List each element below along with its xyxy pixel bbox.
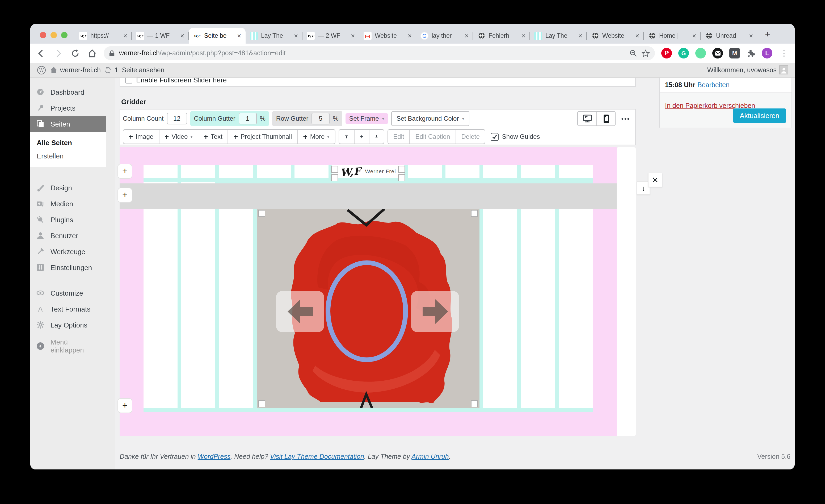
sidebar-item-design[interactable]: Design xyxy=(30,180,106,196)
pinterest-extension-icon[interactable]: P xyxy=(661,48,672,59)
browser-profile-avatar[interactable]: L xyxy=(762,48,772,59)
browser-menu-icon[interactable]: ⋮ xyxy=(779,48,790,59)
align-bottom-button[interactable] xyxy=(369,130,383,144)
tab-website-gmail[interactable]: Website✕ xyxy=(359,28,416,44)
slider-prev-button[interactable] xyxy=(276,291,324,332)
author-link[interactable]: Armin Unruh xyxy=(411,453,449,460)
close-tab-icon[interactable]: ✕ xyxy=(180,33,184,39)
resize-handle[interactable] xyxy=(258,210,265,217)
sidebar-item-seiten[interactable]: Seiten xyxy=(30,116,106,132)
resize-handle[interactable] xyxy=(398,166,405,173)
delete-button[interactable]: Delete xyxy=(455,130,485,144)
honey-extension-icon[interactable] xyxy=(695,48,706,59)
edit-caption-button[interactable]: Edit Caption xyxy=(409,130,456,144)
close-tab-icon[interactable]: ✕ xyxy=(464,33,469,39)
close-tab-icon[interactable]: ✕ xyxy=(351,33,355,39)
row-gutter-input[interactable]: 5 xyxy=(311,113,329,124)
site-logo-element[interactable]: W,F Werner Frei xyxy=(332,165,404,178)
zoom-out-icon[interactable] xyxy=(629,49,638,57)
desktop-preview-button[interactable] xyxy=(578,112,596,126)
set-background-color-button[interactable]: Set Background Color ▾ xyxy=(391,111,470,126)
back-icon[interactable] xyxy=(35,48,46,59)
canvas-selected-row[interactable] xyxy=(120,184,617,209)
close-tab-icon[interactable]: ✕ xyxy=(123,33,128,39)
tab-home[interactable]: Home |✕ xyxy=(644,28,700,44)
sidebar-item-text-formats[interactable]: AText Formats xyxy=(30,301,106,317)
forward-icon[interactable] xyxy=(53,48,63,59)
close-tab-icon[interactable]: ✕ xyxy=(578,33,583,39)
minimize-window-button[interactable] xyxy=(51,32,57,38)
sidebar-subitem-alle-seiten[interactable]: Alle Seiten xyxy=(37,136,106,149)
sidebar-item-projects[interactable]: Projects xyxy=(30,100,106,116)
sidebar-item-einstellungen[interactable]: Einstellungen xyxy=(30,260,106,275)
address-bar[interactable]: werner-frei.ch/wp-admin/post.php?post=48… xyxy=(104,46,655,60)
sidebar-item-customize[interactable]: Customize xyxy=(30,285,106,301)
add-project-thumbnail-button[interactable]: +Project Thumbnail xyxy=(228,130,297,144)
fullscreen-slider-checkbox[interactable] xyxy=(126,78,132,83)
tab-lay-theme-search[interactable]: Glay ther✕ xyxy=(416,28,473,44)
close-tab-icon[interactable]: ✕ xyxy=(635,33,640,39)
tab-website-2[interactable]: Website✕ xyxy=(587,28,644,44)
mobile-preview-button[interactable] xyxy=(596,112,615,126)
resize-handle[interactable] xyxy=(258,400,265,407)
updates-menu-item[interactable]: 1 xyxy=(104,66,118,74)
add-video-button[interactable]: +Video▾ xyxy=(159,130,198,144)
welcome-menu-item[interactable]: Willkommen, uvowasos xyxy=(707,65,788,74)
tab-unread[interactable]: Unread✕ xyxy=(700,28,757,44)
tab-2-wf[interactable]: W,F— 2 WF✕ xyxy=(302,28,359,44)
lay-theme-doc-link[interactable]: Visit Lay Theme Documentation xyxy=(270,453,364,460)
column-gutter-input[interactable]: 1 xyxy=(239,113,257,124)
add-row-button[interactable]: + xyxy=(118,398,132,413)
close-window-button[interactable] xyxy=(40,32,46,38)
resize-handle[interactable] xyxy=(471,210,478,217)
wordpress-link[interactable]: WordPress xyxy=(198,453,231,460)
edit-button[interactable]: Edit xyxy=(388,130,409,144)
column-count-input[interactable]: 12 xyxy=(167,113,187,124)
sidebar-item-lay-options[interactable]: Lay Options xyxy=(30,317,106,333)
merriam-webster-extension-icon[interactable]: M xyxy=(729,48,740,59)
slider-next-button[interactable] xyxy=(411,291,459,332)
sidebar-item-plugins[interactable]: Plugins xyxy=(30,212,106,227)
close-tab-icon[interactable]: ✕ xyxy=(294,33,298,39)
wordpress-logo-icon[interactable]: W xyxy=(37,65,46,75)
delete-row-button[interactable]: ✕ xyxy=(648,173,662,187)
update-button[interactable]: Aktualisieren xyxy=(733,109,786,123)
close-tab-icon[interactable]: ✕ xyxy=(521,33,526,39)
edit-time-link[interactable]: Bearbeiten xyxy=(697,81,730,89)
tab-seite-bearbeiten-active[interactable]: W,FSeite be✕ xyxy=(189,28,245,44)
new-tab-button[interactable]: + xyxy=(761,28,774,42)
resize-handle[interactable] xyxy=(471,400,478,407)
maximize-window-button[interactable] xyxy=(61,32,68,38)
artwork-image[interactable] xyxy=(257,209,479,408)
add-image-button[interactable]: +Image xyxy=(123,130,159,144)
extensions-puzzle-icon[interactable] xyxy=(746,49,755,58)
close-tab-icon[interactable]: ✕ xyxy=(407,33,412,39)
tab-1-wf[interactable]: W,F— 1 WF✕ xyxy=(132,28,189,44)
tab-lay-theme[interactable]: Lay The✕ xyxy=(245,28,302,44)
sidebar-item-dashboard[interactable]: Dashboard xyxy=(30,84,106,100)
more-options-button[interactable]: ••• xyxy=(619,111,632,126)
mail-extension-icon[interactable] xyxy=(712,48,723,59)
resize-handle[interactable] xyxy=(331,166,338,173)
sidebar-item-medien[interactable]: Medien xyxy=(30,196,106,212)
sidebar-item-collapse-menu[interactable]: Menü einklappen xyxy=(30,338,106,354)
close-tab-icon[interactable]: ✕ xyxy=(692,33,696,39)
gridder-canvas[interactable]: W,F Werner Frei xyxy=(120,147,617,436)
sidebar-item-benutzer[interactable]: Benutzer xyxy=(30,227,106,243)
home-icon[interactable] xyxy=(87,48,97,59)
resize-handle[interactable] xyxy=(398,174,405,181)
add-row-button[interactable]: + xyxy=(118,164,132,178)
add-more-button[interactable]: +More▾ xyxy=(297,130,334,144)
show-guides-checkbox[interactable] xyxy=(491,133,499,141)
close-tab-icon[interactable]: ✕ xyxy=(237,33,241,39)
tab-https[interactable]: W,Fhttps://✕ xyxy=(75,28,132,44)
tab-fehler[interactable]: Fehlerh✕ xyxy=(473,28,530,44)
close-tab-icon[interactable]: ✕ xyxy=(749,33,753,39)
view-page-menu-item[interactable]: Seite ansehen xyxy=(122,66,164,74)
resize-handle[interactable] xyxy=(331,174,338,181)
sidebar-subitem-erstellen[interactable]: Erstellen xyxy=(37,149,106,163)
set-frame-button[interactable]: Set Frame ▾ xyxy=(346,113,388,124)
align-top-button[interactable] xyxy=(339,130,354,144)
site-menu-item[interactable]: werner-frei.ch xyxy=(50,66,101,74)
add-row-button[interactable]: + xyxy=(118,188,132,203)
